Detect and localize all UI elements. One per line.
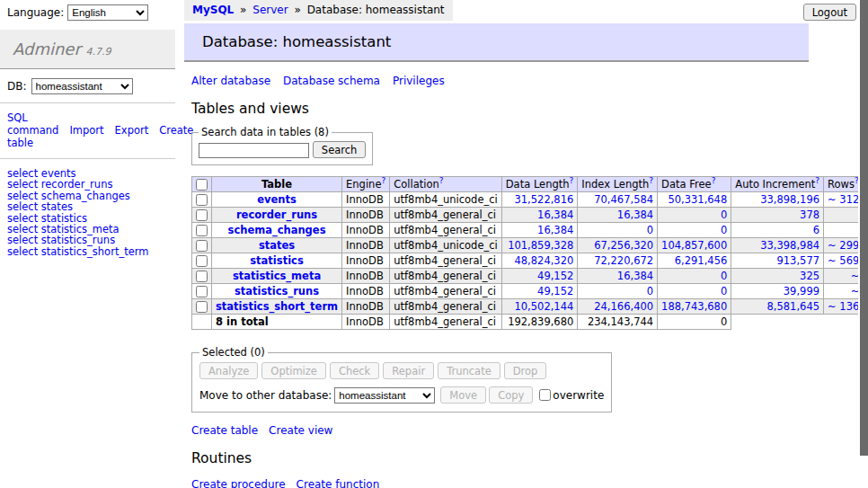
search-input[interactable] (199, 143, 309, 158)
link-create-procedure[interactable]: Create procedure (191, 478, 286, 488)
row-checkbox-cell (192, 299, 212, 315)
data-free-link[interactable]: 0 (721, 209, 727, 221)
drop-button[interactable]: Drop (504, 362, 547, 379)
data-length-link[interactable]: 31,522,816 (514, 193, 573, 206)
selected-buttons-row: AnalyzeOptimizeCheckRepairTruncateDrop (199, 362, 604, 379)
auto-increment-link[interactable]: 913,577 (776, 254, 819, 267)
db-action-database-schema[interactable]: Database schema (283, 75, 380, 87)
truncate-button[interactable]: Truncate (438, 362, 500, 379)
index-length-link[interactable]: 24,166,400 (594, 300, 653, 313)
help-link-engine[interactable]: ? (381, 176, 385, 185)
auto-increment-link[interactable]: 6 (813, 224, 819, 236)
data-length-link[interactable]: 10,502,144 (514, 300, 573, 313)
data-free-link[interactable]: 50,331,648 (668, 193, 727, 206)
analyze-button[interactable]: Analyze (199, 362, 258, 379)
table-link-statistics[interactable]: statistics (250, 254, 304, 267)
data-free-link[interactable]: 0 (721, 270, 727, 282)
auto-increment-cell: 325 (731, 269, 824, 284)
move-button[interactable]: Move (440, 386, 486, 404)
data-length-link[interactable]: 49,152 (537, 285, 573, 297)
link-create-function[interactable]: Create function (297, 478, 380, 488)
sidebar-select-link-select-statistics-short-term[interactable]: select statistics_short_term (7, 246, 168, 257)
column-header-auto-increment: Auto Increment? (731, 177, 824, 192)
help-link-data-free[interactable]: ? (712, 176, 716, 185)
move-db-select[interactable]: homeassistant (334, 387, 435, 404)
data-free-link[interactable]: 6,291,456 (675, 254, 728, 267)
db-action-privileges[interactable]: Privileges (393, 75, 445, 87)
index-length-link[interactable]: 16,384 (617, 270, 653, 282)
auto-increment-link[interactable]: 33,898,196 (760, 193, 819, 206)
help-link-auto-increment[interactable]: ? (815, 176, 819, 185)
logout-button[interactable]: Logout (803, 4, 856, 21)
table-link-states[interactable]: states (259, 239, 295, 252)
sidebar-link-export[interactable]: Export (115, 124, 149, 137)
index-length-link[interactable]: 72,220,672 (594, 254, 653, 267)
sidebar-link-import[interactable]: Import (69, 124, 103, 137)
auto-increment-link[interactable]: 8,581,645 (767, 300, 820, 313)
data-length-link[interactable]: 16,384 (537, 209, 573, 221)
search-button[interactable]: Search (313, 141, 367, 158)
scrollbar-thumb[interactable] (859, 0, 868, 456)
table-link-events[interactable]: events (257, 193, 297, 206)
row-checkbox-cell (192, 269, 212, 284)
row-checkbox-states[interactable] (196, 240, 208, 252)
data-length-cell: 16,384 (501, 208, 578, 223)
index-length-link[interactable]: 0 (647, 224, 653, 236)
data-free-link[interactable]: 0 (721, 224, 727, 236)
db-action-alter-database[interactable]: Alter database (191, 75, 270, 87)
index-length-link[interactable]: 70,467,584 (594, 193, 653, 206)
data-free-link[interactable]: 188,743,680 (661, 300, 727, 313)
link-create-view[interactable]: Create view (269, 424, 332, 437)
selected-legend: Selected (0) (199, 346, 268, 359)
auto-increment-link[interactable]: 33,398,984 (760, 239, 819, 252)
data-length-link[interactable]: 49,152 (537, 270, 573, 282)
help-link-data-length[interactable]: ? (570, 176, 574, 185)
table-link-statistics_meta[interactable]: statistics_meta (233, 270, 321, 282)
breadcrumb-link-mysql[interactable]: MySQL (192, 4, 234, 16)
row-checkbox-recorder_runs[interactable] (196, 209, 208, 221)
sidebar-select-link-select-states[interactable]: select states (7, 201, 168, 212)
help-link-index-length[interactable]: ? (649, 176, 653, 185)
language-select[interactable]: English (67, 4, 148, 21)
sidebar-link-sql-command[interactable]: SQL command (7, 111, 58, 137)
help-link-collation[interactable]: ? (439, 176, 444, 185)
data-length-link[interactable]: 48,824,320 (514, 254, 573, 267)
auto-increment-link[interactable]: 325 (800, 270, 819, 282)
row-checkbox-statistics_runs[interactable] (196, 286, 208, 297)
db-select[interactable]: homeassistant (31, 78, 133, 94)
index-length-cell: 0 (578, 223, 658, 238)
copy-button[interactable]: Copy (489, 386, 533, 404)
breadcrumb-link-server[interactable]: Server (252, 4, 288, 16)
table-link-schema_changes[interactable]: schema_changes (228, 224, 326, 236)
scrollbar[interactable] (858, 0, 868, 488)
check-button[interactable]: Check (330, 362, 379, 379)
index-length-cell: 0 (578, 284, 658, 299)
overwrite-checkbox[interactable] (539, 389, 551, 401)
select-all-checkbox[interactable] (196, 179, 208, 191)
data-length-link[interactable]: 101,859,328 (508, 239, 573, 252)
table-row-events: eventsInnoDButf8mb4_unicode_ci31,522,816… (192, 192, 868, 208)
row-checkbox-schema_changes[interactable] (196, 225, 208, 236)
data-free-link[interactable]: 0 (721, 285, 727, 297)
table-link-recorder_runs[interactable]: recorder_runs (236, 209, 317, 221)
index-length-link[interactable]: 67,256,320 (594, 239, 653, 252)
repair-button[interactable]: Repair (383, 362, 434, 379)
row-checkbox-statistics_meta[interactable] (196, 271, 208, 282)
data-length-link[interactable]: 16,384 (537, 224, 573, 236)
row-checkbox-events[interactable] (196, 194, 208, 206)
index-length-link[interactable]: 0 (647, 285, 653, 297)
index-length-link[interactable]: 16,384 (617, 209, 653, 221)
auto-increment-link[interactable]: 39,999 (784, 285, 819, 297)
data-free-link[interactable]: 104,857,600 (661, 239, 727, 252)
table-link-statistics_runs[interactable]: statistics_runs (235, 285, 319, 297)
row-checkbox-statistics_short_term[interactable] (196, 301, 208, 313)
table-name-cell: states (212, 238, 342, 253)
sidebar-select-link-select-statistics-runs[interactable]: select statistics_runs (7, 235, 168, 245)
optimize-button[interactable]: Optimize (261, 362, 326, 379)
row-checkbox-statistics[interactable] (196, 255, 208, 267)
auto-increment-cell: 913,577 (731, 253, 824, 269)
table-link-statistics_short_term[interactable]: statistics_short_term (216, 300, 338, 313)
link-create-table[interactable]: Create table (191, 424, 258, 437)
auto-increment-link[interactable]: 378 (800, 209, 819, 221)
sidebar-select-link-select-recorder-runs[interactable]: select recorder_runs (7, 179, 168, 190)
